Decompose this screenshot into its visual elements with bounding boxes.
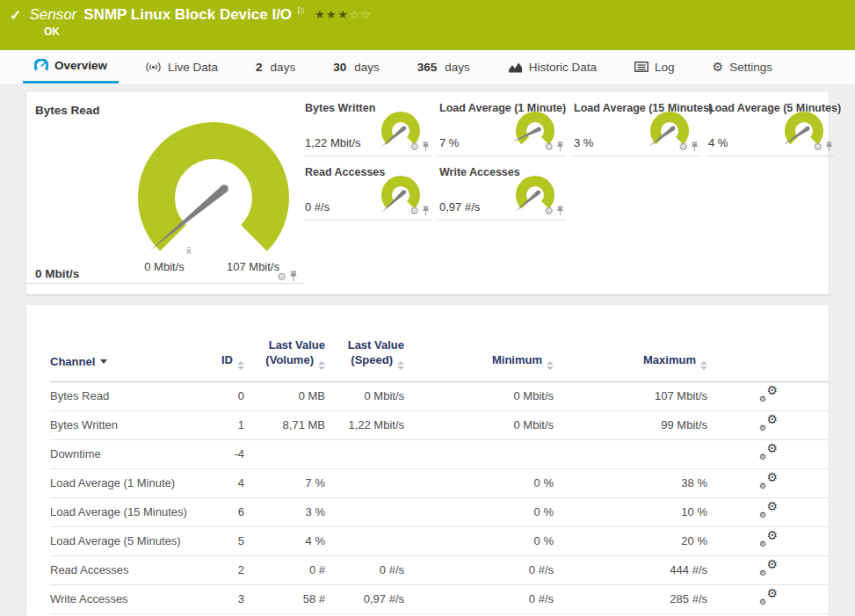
pin-icon[interactable]: [422, 141, 430, 152]
pin-icon[interactable]: [422, 206, 430, 216]
cell-maximum: [554, 439, 707, 468]
channel-settings-icon[interactable]: ⚙⚙: [758, 503, 778, 518]
pin-icon[interactable]: [289, 271, 298, 282]
cell-maximum: 107 Mbit/s: [554, 381, 707, 410]
cell-minimum: 0 Mbit/s: [404, 381, 554, 410]
column-header-minimum[interactable]: Minimum: [404, 305, 554, 381]
tab-label: Overview: [54, 59, 107, 72]
cell-maximum: 99 Mbit/s: [554, 410, 707, 439]
gear-icon[interactable]: ⚙: [544, 206, 554, 216]
log-icon: [634, 62, 648, 72]
tab-number: 30: [333, 61, 346, 74]
table-row: Load Average (5 Minutes) 5 4 % 0 % 20 % …: [50, 526, 829, 555]
gauge-icon: [34, 59, 48, 72]
table-header-row: ChannelIDLast Value (Volume)Last Value (…: [50, 305, 829, 381]
table-row: Downtime -4 ⚙⚙: [50, 439, 829, 468]
sort-icon: [318, 361, 325, 370]
small-gauge-actions: ⚙: [678, 141, 699, 152]
stars-empty[interactable]: ☆☆: [349, 8, 372, 21]
small-gauge-cell: Read Accesses 0 #/s ⚙: [303, 156, 431, 221]
flag-icon[interactable]: ⚐: [296, 5, 306, 18]
column-label: Last Value (Volume): [265, 338, 325, 366]
gear-icon[interactable]: ⚙: [409, 141, 419, 152]
small-gauge-value: 0 #/s: [305, 200, 330, 214]
pin-icon[interactable]: [825, 141, 833, 152]
tab-30-days[interactable]: 30days: [322, 50, 391, 83]
cell-channel: Load Average (1 Minute): [50, 468, 191, 497]
tab-365-days[interactable]: 365days: [406, 50, 482, 83]
channel-settings-icon[interactable]: ⚙⚙: [758, 445, 778, 460]
column-header-actions: [707, 305, 829, 381]
cell-minimum: 0 Mbit/s: [404, 410, 554, 439]
cell-id: 4: [191, 468, 244, 497]
column-header-id[interactable]: ID: [191, 305, 244, 381]
cell-last-value-volume: 8,71 MB: [244, 410, 325, 439]
gauges-panel: Bytes Read x̄ 0 Mbit/s 107 Mbit/s 0 Mbit…: [26, 92, 829, 294]
tab-2-days[interactable]: 2days: [244, 50, 307, 83]
cell-maximum: 10 %: [554, 497, 707, 526]
sensor-title-row: ✓ Sensor SNMP Linux Block Device I/O ⚐ ★…: [0, 0, 855, 24]
status-badge: OK: [44, 25, 60, 38]
sort-icon: [237, 361, 244, 370]
small-gauge-cell: Load Average (15 Minutes) 3 % ⚙: [572, 92, 700, 156]
divider: [26, 283, 303, 284]
cell-id: 0: [191, 381, 244, 410]
tab-label: days: [271, 61, 296, 74]
tab-overview[interactable]: Overview: [23, 50, 119, 83]
channel-settings-icon[interactable]: ⚙⚙: [758, 474, 778, 489]
cell-minimum: 0 #/s: [404, 555, 554, 584]
cell-last-value-volume: 58 #: [244, 584, 325, 613]
sort-icon: [397, 361, 404, 370]
channel-settings-icon[interactable]: ⚙⚙: [758, 590, 778, 605]
channel-settings-icon[interactable]: ⚙⚙: [758, 416, 778, 431]
cell-maximum: 444 #/s: [554, 555, 707, 584]
cell-maximum: 20 %: [554, 526, 707, 555]
cell-id: 1: [191, 410, 244, 439]
cell-last-value-speed: [325, 526, 404, 555]
cell-channel: Load Average (15 Minutes): [50, 497, 191, 526]
gear-icon[interactable]: ⚙: [409, 206, 419, 216]
priority-stars[interactable]: ★★★☆☆: [315, 8, 373, 21]
pin-icon[interactable]: [556, 206, 564, 216]
cell-last-value-volume: 0 #: [244, 555, 325, 584]
cell-last-value-speed: 0,97 #/s: [325, 584, 404, 613]
svg-text:x̄: x̄: [186, 245, 192, 256]
column-header-maximum[interactable]: Maximum: [554, 305, 707, 381]
tab-label: Live Data: [168, 61, 218, 74]
channel-settings-icon[interactable]: ⚙⚙: [758, 532, 778, 547]
cell-minimum: 0 %: [404, 468, 554, 497]
cell-last-value-volume: 0 MB: [244, 381, 325, 410]
stars-filled[interactable]: ★★★: [315, 8, 349, 21]
column-header-last-value-volume-[interactable]: Last Value (Volume): [244, 305, 325, 381]
gear-icon[interactable]: ⚙: [544, 141, 554, 152]
column-label: Last Value (Speed): [348, 338, 404, 366]
column-header-channel[interactable]: Channel: [50, 305, 191, 381]
cell-last-value-speed: 1,22 Mbit/s: [325, 410, 404, 439]
sort-icon: [700, 361, 707, 370]
tab-number: 365: [417, 61, 438, 74]
small-gauge-actions: ⚙: [409, 141, 430, 152]
tab-historic-data[interactable]: Historic Data: [496, 50, 608, 83]
tab-log[interactable]: Log: [623, 50, 686, 83]
channel-settings-icon[interactable]: ⚙⚙: [758, 387, 778, 402]
gear-icon[interactable]: ⚙: [678, 141, 688, 152]
tab-label: Log: [655, 61, 675, 74]
cell-last-value-speed: 0 #/s: [325, 555, 404, 584]
sort-desc-icon: [100, 359, 107, 364]
tab-label: Settings: [729, 61, 772, 74]
gear-icon[interactable]: ⚙: [813, 141, 822, 152]
small-gauge-cell: Load Average (1 Minute) 7 % ⚙: [438, 92, 566, 156]
gear-icon[interactable]: ⚙: [277, 272, 286, 282]
pin-icon[interactable]: [556, 141, 564, 152]
table-row: Read Accesses 2 0 # 0 #/s 0 #/s 444 #/s …: [50, 555, 829, 584]
pin-icon[interactable]: [691, 141, 699, 152]
channel-settings-icon[interactable]: ⚙⚙: [758, 561, 778, 576]
tab-bar: OverviewLive Data2days30days365daysHisto…: [0, 50, 855, 83]
cell-id: 2: [191, 555, 244, 584]
bytes-read-gauge: x̄: [126, 112, 301, 269]
page-title: SNMP Linux Block Device I/O: [83, 6, 292, 24]
tab-settings[interactable]: ⚙Settings: [701, 50, 784, 83]
small-gauge-actions: ⚙: [409, 206, 430, 216]
column-header-last-value-speed-[interactable]: Last Value (Speed): [325, 305, 404, 381]
tab-live-data[interactable]: Live Data: [134, 50, 229, 83]
